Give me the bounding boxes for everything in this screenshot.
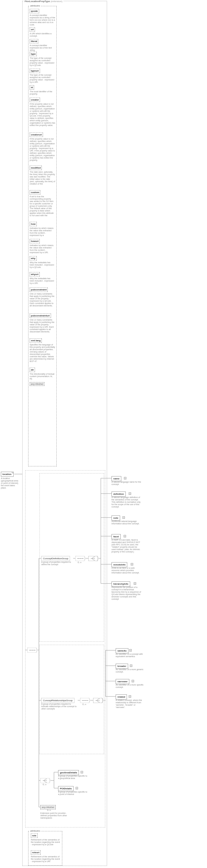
leaf-note: A natural language name for the concept. — [111, 481, 141, 486]
element-geoareadetails[interactable]: geoAreaDetails — [58, 770, 79, 775]
leaf-note: Represents the position of a concept in … — [111, 586, 141, 600]
expand-icon[interactable]: + — [132, 680, 134, 682]
choice-icon — [40, 778, 50, 783]
attr-row: pubconstrainturiOne or many constraints … — [30, 313, 55, 333]
group-conceptrelationships[interactable]: ConceptRelationshipsGroup — [41, 698, 74, 703]
attr-creator: creator — [30, 98, 40, 102]
expand-icon[interactable]: + — [129, 649, 132, 652]
svg-point-7 — [82, 558, 83, 559]
attr-row: typeThe type of the concept assigned as … — [30, 52, 55, 66]
leaf-label: hierarchyInfo — [113, 583, 128, 585]
attr-type: type — [30, 52, 37, 56]
leaf-label: POIDetails — [60, 787, 72, 790]
attr-row: any ##other — [30, 382, 55, 386]
expand-icon[interactable]: + — [131, 563, 133, 565]
attr-note: The type of the concept assigned as cont… — [30, 74, 55, 84]
attr-typeuri: typeuri — [30, 69, 40, 73]
element-narrower[interactable]: narrower — [116, 679, 129, 684]
attr-note: A URI which identifies a concept. — [30, 33, 55, 37]
attr-note: If the property value is not defined, sp… — [30, 138, 55, 161]
attributes-title-bottom: attributes — [30, 830, 41, 832]
svg-point-11 — [87, 700, 87, 701]
attr-row: uriA URI which identifies a concept. — [30, 27, 55, 37]
attr-whyuri: whyuri — [30, 272, 40, 277]
attr-any-other: any ##other — [30, 382, 45, 386]
attr-note: A concept identifier expressed as a stri… — [30, 14, 55, 26]
svg-point-2 — [32, 650, 33, 651]
element-location[interactable]: location — [1, 472, 14, 477]
element-note: A location (geographical area or point o… — [1, 477, 19, 489]
attr-row: dirThe directionality of textual content… — [30, 368, 55, 380]
leaf-note: A group of properties specific to a poin… — [58, 791, 88, 796]
attr-note: If set to true the corresponding propert… — [30, 195, 55, 217]
expand-icon[interactable]: + — [130, 664, 132, 667]
attr-howuri: howuri — [30, 239, 40, 243]
attr-how: how — [30, 222, 37, 226]
leaf-label: definition — [113, 493, 124, 495]
group-conceptdefinition[interactable]: ConceptDefinitionGroup — [41, 556, 70, 561]
attr-pubconstrainturi: pubconstrainturi — [30, 313, 51, 318]
group-label: ConceptRelationshipsGroup — [43, 699, 73, 702]
leaf-note: In NAR 1.8 and later, facet is deprecate… — [111, 539, 141, 553]
leaf-note: An identifier of a more generic concept. — [116, 669, 145, 673]
attr-row: typeuriThe type of the concept assigned … — [30, 69, 55, 84]
element-facet[interactable]: facet — [111, 534, 121, 539]
element-label: location — [2, 473, 11, 475]
element-hierarchyinfo[interactable]: hierarchyInfo — [111, 582, 130, 586]
expand-icon[interactable]: + — [76, 787, 78, 789]
element-broader[interactable]: broader — [116, 664, 128, 669]
expand-icon[interactable]: + — [129, 492, 131, 495]
range-label: 0..∞ — [43, 783, 47, 785]
range-label: 0..∞ — [82, 703, 86, 705]
attr-row: qcodeA concept identifier expressed as a… — [30, 9, 55, 26]
element-definition[interactable]: definition — [111, 492, 126, 497]
svg-point-3 — [34, 650, 35, 651]
attr-note: One or many constraints that apply to pu… — [30, 293, 55, 307]
svg-point-5 — [78, 558, 79, 559]
element-remoteinfo[interactable]: remoteInfo — [111, 562, 127, 567]
leaf-label: remoteInfo — [113, 563, 125, 566]
attr-note: Refinement of the semantics of the locat… — [31, 839, 60, 846]
attr-creatoruri: creatoruri — [30, 132, 43, 137]
expand-icon[interactable]: + — [129, 695, 131, 698]
expand-icon[interactable]: + — [123, 516, 125, 519]
attr-row: idThe local identifier of the property. — [30, 85, 55, 95]
attr-note: The local identifier of the property. — [30, 91, 55, 95]
attr-qcode: qcode — [30, 9, 39, 13]
attr-note: The directionality of textual content (e… — [30, 373, 55, 380]
leaf-note: A related concept, where the relationshi… — [116, 699, 145, 709]
svg-point-10 — [85, 700, 85, 701]
element-sameas[interactable]: sameAs — [116, 648, 128, 653]
attr-why: why — [30, 256, 37, 260]
sequence-icon — [80, 698, 90, 703]
group-label: ConceptDefinitionGroup — [43, 557, 68, 560]
element-related[interactable]: related — [116, 694, 127, 700]
expand-icon[interactable]: + — [124, 535, 126, 537]
element-note[interactable]: note — [111, 516, 120, 521]
attr-row: literalA concept identifier expressed as… — [30, 39, 55, 52]
extension-suffix: (extension) — [51, 0, 62, 3]
attr-row: creatoruriIf the property value is not d… — [30, 132, 55, 161]
attr-row: modifiedThe date (and, optionally, the t… — [30, 166, 55, 185]
attr-role: role — [31, 833, 38, 838]
expand-icon[interactable]: + — [134, 582, 136, 585]
expand-icon[interactable]: + — [81, 771, 83, 773]
element-name[interactable]: name — [111, 476, 121, 481]
attr-row: howIndicates by which means the value wa… — [30, 222, 55, 237]
attr-xmllang: xml:lang — [30, 338, 42, 343]
leaf-note: A group of properties specific to a geop… — [58, 775, 88, 780]
attr-dir: dir — [30, 368, 35, 372]
extension-title: FlexLocationPropType (extension) — [24, 0, 63, 3]
attr-note: Why the metadata has been included - exp… — [30, 277, 55, 284]
svg-point-1 — [30, 650, 30, 651]
leaf-note: A link to an item or a web resource whic… — [111, 567, 141, 574]
attr-note: Indicates by which means the value was e… — [30, 227, 55, 237]
expand-icon[interactable]: + — [124, 477, 126, 479]
range-label: 0..∞ — [78, 561, 82, 563]
leaf-label: related — [118, 695, 125, 698]
element-poidetails[interactable]: POIDetails — [58, 786, 74, 791]
attr-note: One or many constraints that apply to pu… — [30, 319, 55, 333]
attr-row: roleuriRefinement of the semantics of th… — [31, 850, 61, 863]
svg-point-6 — [80, 558, 81, 559]
attr-note: The type of the concept assigned as cont… — [30, 57, 55, 66]
